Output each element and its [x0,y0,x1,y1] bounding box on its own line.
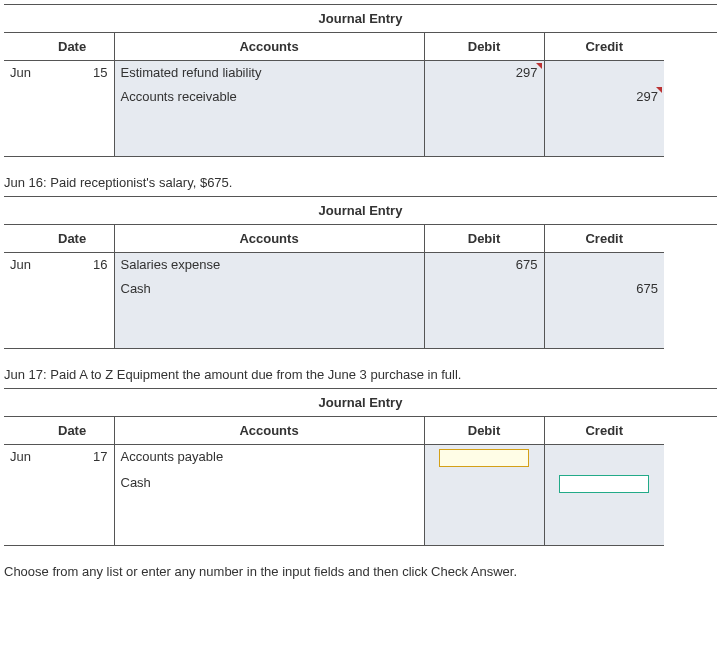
header-date: Date [54,225,114,253]
journal-title: Journal Entry [4,388,717,417]
debit-input-cell[interactable] [424,445,544,472]
header-debit: Debit [424,225,544,253]
account-cell[interactable]: Cash [114,471,424,497]
journal-table-2: Date Accounts Debit Credit Jun 16 Salari… [4,225,664,349]
table-row: Jun 15 Estimated refund liability 297 [4,61,664,85]
credit-cell[interactable] [544,445,664,472]
journal-title: Journal Entry [4,196,717,225]
table-row: Cash [4,471,664,497]
credit-cell[interactable]: 675 [544,277,664,301]
table-row [4,109,664,133]
narration-3: Jun 17: Paid A to Z Equipment the amount… [4,367,717,382]
debit-cell[interactable] [424,277,544,301]
journal-block-1: Journal Entry Date Accounts Debit Credit… [4,4,717,157]
footer-note: Choose from any list or enter any number… [4,564,717,579]
table-row: Jun 17 Accounts payable [4,445,664,472]
journal-block-2: Journal Entry Date Accounts Debit Credit… [4,196,717,349]
header-accounts: Accounts [114,33,424,61]
header-date: Date [54,417,114,445]
journal-title: Journal Entry [4,4,717,33]
table-row [4,133,664,157]
credit-input[interactable] [559,475,649,493]
header-credit: Credit [544,225,664,253]
month-cell: Jun [4,253,54,277]
account-cell[interactable]: Estimated refund liability [114,61,424,85]
header-accounts: Accounts [114,225,424,253]
table-row [4,497,664,521]
credit-input-cell[interactable] [544,471,664,497]
table-row: Accounts receivable 297 [4,85,664,109]
narration-2: Jun 16: Paid receptionist's salary, $675… [4,175,717,190]
debit-cell[interactable]: 297 [424,61,544,85]
credit-cell[interactable]: 297 [544,85,664,109]
flag-icon [536,63,542,69]
table-row [4,325,664,349]
day-cell: 16 [54,253,114,277]
account-cell[interactable]: Accounts payable [114,445,424,472]
month-cell: Jun [4,61,54,85]
journal-table-3: Date Accounts Debit Credit Jun 17 Accoun… [4,417,664,546]
debit-cell[interactable] [424,85,544,109]
table-row [4,301,664,325]
header-debit: Debit [424,417,544,445]
debit-input[interactable] [439,449,529,467]
credit-cell[interactable] [544,61,664,85]
header-credit: Credit [544,33,664,61]
account-cell[interactable]: Salaries expense [114,253,424,277]
debit-cell[interactable]: 675 [424,253,544,277]
journal-table-1: Date Accounts Debit Credit Jun 15 Estima… [4,33,664,157]
journal-block-3: Journal Entry Date Accounts Debit Credit… [4,388,717,546]
debit-cell[interactable] [424,471,544,497]
account-cell[interactable]: Accounts receivable [114,85,424,109]
day-cell: 17 [54,445,114,472]
header-date: Date [54,33,114,61]
flag-icon [656,87,662,93]
day-cell: 15 [54,61,114,85]
month-cell: Jun [4,445,54,472]
header-accounts: Accounts [114,417,424,445]
credit-cell[interactable] [544,253,664,277]
header-date-blank [4,33,54,61]
header-credit: Credit [544,417,664,445]
table-row: Cash 675 [4,277,664,301]
account-cell[interactable]: Cash [114,277,424,301]
header-debit: Debit [424,33,544,61]
table-row [4,521,664,545]
table-row: Jun 16 Salaries expense 675 [4,253,664,277]
